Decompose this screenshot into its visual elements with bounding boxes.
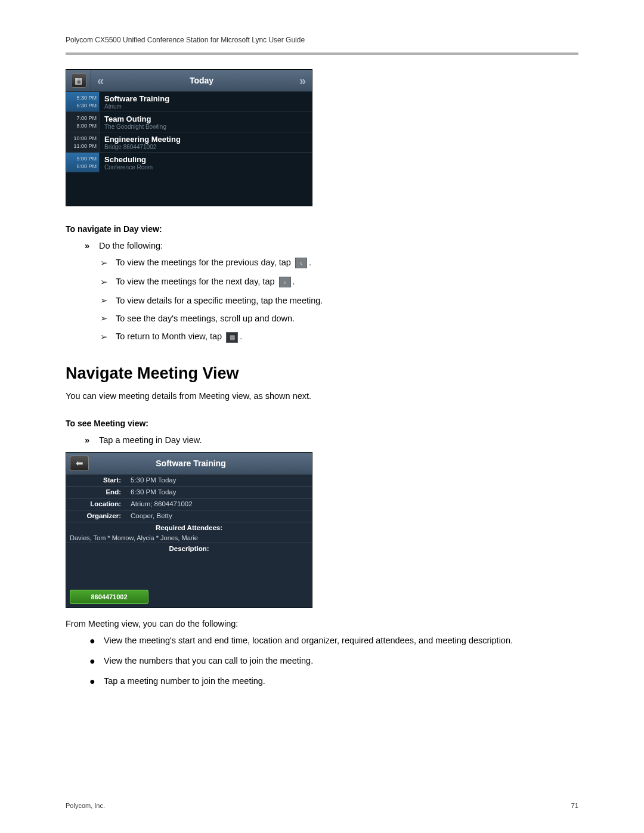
next-day-chevron-icon[interactable]: »: [293, 74, 312, 88]
event-location: Atrium: [104, 103, 307, 110]
nav-step-text: To return to Month view, tap ▦.: [116, 332, 242, 342]
attendees-value: Davies, Tom * Morrow, Alycia * Jones, Ma…: [66, 533, 312, 543]
event-times: 5:00 PM 6:00 PM: [66, 153, 100, 172]
arrow-icon: ➢: [100, 277, 116, 287]
bullet-dot-icon: ●: [89, 675, 104, 688]
page-header: Polycom CX5500 Unified Conference Statio…: [66, 36, 578, 44]
event-times: 10:00 PM 11:00 PM: [66, 132, 100, 152]
day-event-row[interactable]: 10:00 PM 11:00 PM Engineering Meeting Br…: [66, 132, 312, 152]
calendar-icon: ▦: [71, 73, 86, 88]
organizer-value: Cooper, Betty: [126, 511, 312, 521]
bullet-icon: »: [85, 435, 99, 445]
meeting-view-title: Software Training: [92, 459, 312, 468]
event-title: Scheduling: [104, 155, 307, 164]
intro-text: You can view meeting details from Meetin…: [66, 391, 578, 401]
event-times: 5:30 PM 6:30 PM: [66, 92, 100, 112]
see-step-text: Tap a meeting in Day view.: [99, 435, 202, 445]
meeting-view-screenshot: ⬅ Software Training Start: 5:30 PM Today…: [66, 452, 312, 608]
see-section-title: To see Meeting view:: [66, 419, 578, 428]
day-view-blank-area: [66, 172, 312, 206]
day-view-screenshot: ▦ « Today » 5:30 PM 6:30 PM Software Tra…: [66, 69, 312, 206]
arrow-icon: ➢: [100, 258, 116, 268]
bullet-text: View the numbers that you can call to jo…: [104, 655, 313, 667]
day-view-title: Today: [110, 76, 293, 85]
arrow-icon: ➢: [100, 332, 116, 342]
arrow-icon: ➢: [100, 314, 116, 323]
description-area: [66, 554, 312, 586]
calendar-inline-icon: ▦: [226, 332, 238, 343]
location-value: Atrium; 8604471002: [126, 499, 312, 509]
nav-step-text: To see the day's meetings, scroll up and…: [116, 314, 295, 323]
event-title: Engineering Meeting: [104, 135, 307, 144]
next-day-inline-icon: ›: [279, 277, 291, 287]
page-number: 71: [571, 802, 578, 809]
bullet-text: View the meeting's start and end time, l…: [104, 634, 513, 646]
bullet-icon: »: [85, 241, 99, 250]
location-label: Location:: [66, 499, 126, 509]
event-location: Conference Room: [104, 164, 307, 171]
back-button[interactable]: ⬅: [70, 456, 89, 471]
bullet-dot-icon: ●: [89, 655, 104, 668]
prev-day-inline-icon: ‹: [295, 258, 307, 268]
event-title: Team Outing: [104, 114, 307, 123]
required-attendees-label: Required Attendees:: [66, 522, 312, 533]
end-value: 6:30 PM Today: [126, 487, 312, 497]
footer-company: Polycom, Inc.: [66, 802, 105, 809]
event-location: Bridge 8604471002: [104, 144, 307, 150]
description-label: Description:: [66, 543, 312, 554]
day-event-row[interactable]: 5:00 PM 6:00 PM Scheduling Conference Ro…: [66, 152, 312, 172]
event-location: The Goodnight Bowling: [104, 123, 307, 130]
day-event-row[interactable]: 7:00 PM 8:00 PM Team Outing The Goodnigh…: [66, 112, 312, 132]
bullet-text: Tap a meeting number to join the meeting…: [104, 675, 265, 687]
nav-step-text: To view the meetings for the next day, t…: [116, 277, 295, 287]
start-label: Start:: [66, 475, 126, 485]
event-title: Software Training: [104, 94, 307, 103]
bullet-dot-icon: ●: [89, 634, 104, 648]
nav-step-text: To view the meetings for the previous da…: [116, 258, 311, 268]
prev-day-chevron-icon[interactable]: «: [91, 74, 110, 88]
back-arrow-icon: ⬅: [76, 458, 83, 469]
event-times: 7:00 PM 8:00 PM: [66, 112, 100, 132]
end-label: End:: [66, 487, 126, 497]
after-meeting-text: From Meeting view, you can do the follow…: [66, 619, 578, 628]
calendar-icon-button[interactable]: ▦: [66, 70, 91, 91]
arrow-icon: ➢: [100, 296, 116, 305]
nav-section-title: To navigate in Day view:: [66, 224, 578, 234]
nav-first-step: Do the following:: [99, 241, 163, 250]
organizer-label: Organizer:: [66, 511, 126, 521]
dial-number-button[interactable]: 8604471002: [70, 590, 148, 604]
start-value: 5:30 PM Today: [126, 475, 312, 485]
nav-step-text: To view details for a specific meeting, …: [116, 296, 323, 305]
header-rule: [66, 52, 578, 55]
day-event-row[interactable]: 5:30 PM 6:30 PM Software Training Atrium: [66, 91, 312, 112]
section-heading: Navigate Meeting View: [66, 364, 578, 383]
